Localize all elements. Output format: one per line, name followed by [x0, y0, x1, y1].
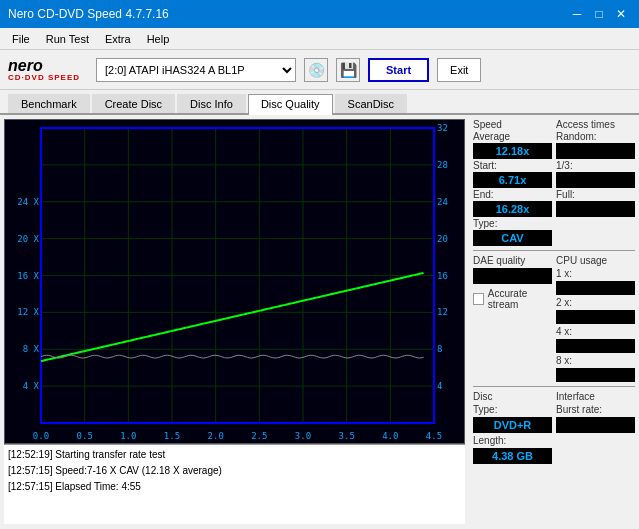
log-line-2: [12:57:15] Speed:7-16 X CAV (12.18 X ave… [8, 463, 461, 479]
drive-dropdown[interactable]: [2:0] ATAPI iHAS324 A BL1P [96, 58, 296, 82]
access-onethird-label: 1/3: [556, 160, 635, 171]
cpu-4x-label: 4 x: [556, 326, 635, 337]
access-random-value [556, 143, 635, 159]
cpu-title: CPU usage [556, 255, 635, 266]
accurate-stream-label: Accurate stream [488, 288, 552, 310]
logo-nero-text: nero [8, 58, 80, 74]
access-full-label: Full: [556, 189, 635, 200]
speed-average-value: 12.18x [473, 143, 552, 159]
disc-icon-button[interactable]: 💿 [304, 58, 328, 82]
logo-sub-text: CD·DVD SPEED [8, 74, 80, 82]
cpu-column: CPU usage 1 x: 2 x: 4 x: 8 x: [556, 255, 635, 382]
stats-bottom-row: Disc Type: DVD+R Length: 4.38 GB Interfa… [473, 391, 635, 464]
tab-bar: Benchmark Create Disc Disc Info Disc Qua… [0, 90, 639, 115]
stats-panel: Speed Average 12.18x Start: 6.71x End: 1… [469, 115, 639, 528]
disc-length-label: Length: [473, 435, 552, 446]
cpu-8x-value [556, 368, 635, 382]
minimize-button[interactable]: ─ [567, 4, 587, 24]
speed-group: Speed Average 12.18x Start: 6.71x End: 1… [473, 119, 552, 246]
disc-type-value: DVD+R [473, 417, 552, 433]
maximize-button[interactable]: □ [589, 4, 609, 24]
speed-chart [5, 120, 464, 443]
speed-column: Speed Average 12.18x Start: 6.71x End: 1… [473, 119, 552, 246]
exit-button[interactable]: Exit [437, 58, 481, 82]
dae-value [473, 268, 552, 284]
speed-title: Speed [473, 119, 552, 130]
access-times-column: Access times Random: 1/3: Full: [556, 119, 635, 246]
stats-top-row: Speed Average 12.18x Start: 6.71x End: 1… [473, 119, 635, 246]
tab-create-disc[interactable]: Create Disc [92, 94, 175, 113]
disc-type-header: Disc [473, 391, 552, 402]
cpu-2x-value [556, 310, 635, 324]
tab-benchmark[interactable]: Benchmark [8, 94, 90, 113]
stats-middle-row: DAE quality Accurate stream CPU usage 1 … [473, 255, 635, 382]
window-title: Nero CD-DVD Speed 4.7.7.16 [8, 7, 169, 21]
save-icon-button[interactable]: 💾 [336, 58, 360, 82]
speed-start-label: Start: [473, 160, 552, 171]
menu-extra[interactable]: Extra [97, 31, 139, 47]
speed-type-label: Type: [473, 218, 552, 229]
speed-end-label: End: [473, 189, 552, 200]
cpu-8x-label: 8 x: [556, 355, 635, 366]
access-times-title: Access times [556, 119, 635, 130]
cpu-1x-value [556, 281, 635, 295]
burst-rate-value [556, 417, 635, 433]
chart-section: [12:52:19] Starting transfer rate test [… [0, 115, 469, 528]
log-section: [12:52:19] Starting transfer rate test [… [4, 444, 465, 524]
cpu-4x-value [556, 339, 635, 353]
toolbar: nero CD·DVD SPEED [2:0] ATAPI iHAS324 A … [0, 50, 639, 90]
tab-disc-quality[interactable]: Disc Quality [248, 94, 333, 115]
main-content: [12:52:19] Starting transfer rate test [… [0, 115, 639, 528]
menu-bar: File Run Test Extra Help [0, 28, 639, 50]
tab-disc-info[interactable]: Disc Info [177, 94, 246, 113]
menu-help[interactable]: Help [139, 31, 178, 47]
divider-1 [473, 250, 635, 251]
access-full-value [556, 201, 635, 217]
dae-title: DAE quality [473, 255, 552, 266]
app-logo: nero CD·DVD SPEED [8, 58, 80, 82]
access-times-group: Access times Random: 1/3: Full: [556, 119, 635, 217]
dae-column: DAE quality Accurate stream [473, 255, 552, 382]
menu-run-test[interactable]: Run Test [38, 31, 97, 47]
cpu-2x-label: 2 x: [556, 297, 635, 308]
log-line-1: [12:52:19] Starting transfer rate test [8, 447, 461, 463]
speed-end-value: 16.28x [473, 201, 552, 217]
close-button[interactable]: ✕ [611, 4, 631, 24]
disc-type-label: Type: [473, 404, 552, 415]
title-bar: Nero CD-DVD Speed 4.7.7.16 ─ □ ✕ [0, 0, 639, 28]
log-line-3: [12:57:15] Elapsed Time: 4:55 [8, 479, 461, 495]
accurate-stream-row: Accurate stream [473, 288, 552, 310]
speed-average-label: Average [473, 131, 552, 142]
chart-container [4, 119, 465, 444]
tab-scan-disc[interactable]: ScanDisc [335, 94, 407, 113]
interface-title: Interface [556, 391, 635, 402]
access-random-label: Random: [556, 131, 635, 142]
disc-length-value: 4.38 GB [473, 448, 552, 464]
disc-column: Disc Type: DVD+R Length: 4.38 GB [473, 391, 552, 464]
speed-start-value: 6.71x [473, 172, 552, 188]
burst-rate-label: Burst rate: [556, 404, 635, 415]
start-button[interactable]: Start [368, 58, 429, 82]
accurate-stream-checkbox[interactable] [473, 293, 484, 305]
window-controls: ─ □ ✕ [567, 4, 631, 24]
access-onethird-value [556, 172, 635, 188]
divider-2 [473, 386, 635, 387]
interface-column: Interface Burst rate: [556, 391, 635, 464]
menu-file[interactable]: File [4, 31, 38, 47]
speed-type-value: CAV [473, 230, 552, 246]
cpu-1x-label: 1 x: [556, 268, 635, 279]
